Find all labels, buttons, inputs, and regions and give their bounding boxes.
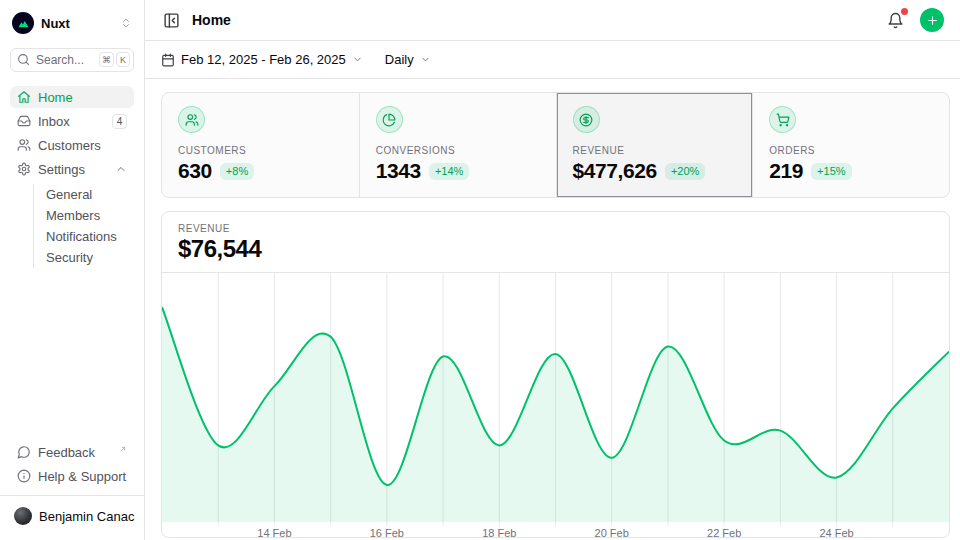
pie-chart-icon	[382, 113, 396, 127]
k-key: K	[116, 52, 130, 67]
chart-header: REVENUE $76,544	[162, 212, 949, 273]
stat-value: $477,626	[573, 159, 657, 183]
search-shortcut: ⌘ K	[99, 52, 130, 67]
submenu-label: Security	[46, 250, 93, 265]
date-range-label: Feb 12, 2025 - Feb 26, 2025	[181, 52, 346, 67]
add-button[interactable]	[920, 8, 944, 32]
top-navbar: Home	[145, 0, 960, 41]
sidebar-item-help-support[interactable]: Help & Support	[10, 465, 134, 487]
sidebar-item-label: Help & Support	[38, 469, 126, 484]
stat-value: 630	[178, 159, 212, 183]
stat-delta-badge: +20%	[665, 163, 705, 180]
sidebar: Nuxt ⌘ K Home Inbox 4 Customers Settings	[0, 0, 145, 540]
stat-delta-badge: +14%	[429, 163, 469, 180]
users-icon	[17, 138, 31, 152]
collapse-sidebar-button[interactable]	[161, 10, 182, 31]
revenue-area-chart	[162, 273, 949, 526]
stat-icon-circle	[769, 106, 796, 133]
chevrons-up-down-icon	[120, 17, 132, 29]
page-title: Home	[192, 12, 875, 28]
circle-dollar-icon	[579, 113, 593, 127]
message-circle-icon	[17, 445, 31, 459]
chevron-up-icon	[115, 163, 127, 175]
user-menu[interactable]: Benjamin Canac	[10, 502, 134, 530]
stat-card-customers[interactable]: CUSTOMERS 630 +8%	[162, 93, 359, 197]
chevron-down-icon	[420, 54, 431, 65]
sidebar-item-notifications[interactable]: Notifications	[34, 226, 134, 247]
sidebar-item-settings[interactable]: Settings	[10, 158, 134, 180]
stat-value: 1343	[376, 159, 421, 183]
sidebar-item-members[interactable]: Members	[34, 205, 134, 226]
stats-row: CUSTOMERS 630 +8% CONVERSIONS 1343 +14%	[161, 92, 950, 198]
x-axis-tick-label: 16 Feb	[370, 527, 404, 538]
revenue-chart-card: REVENUE $76,544 14 Feb16 Feb18 Feb20 Feb…	[161, 211, 950, 538]
chart-current-value: $76,544	[178, 235, 933, 263]
chart-plot[interactable]: 14 Feb16 Feb18 Feb20 Feb22 Feb24 Feb	[162, 273, 949, 537]
workspace-name: Nuxt	[41, 16, 113, 31]
submenu-label: Notifications	[46, 229, 117, 244]
sidebar-item-home[interactable]: Home	[10, 86, 134, 108]
sidebar-item-customers[interactable]: Customers	[10, 134, 134, 156]
stat-value: 219	[769, 159, 803, 183]
sidebar-footer-nav: Feedback Help & Support	[10, 441, 134, 487]
sidebar-divider	[0, 495, 144, 496]
stat-card-conversions[interactable]: CONVERSIONS 1343 +14%	[359, 93, 556, 197]
stat-icon-circle	[178, 106, 205, 133]
x-axis-tick-label: 18 Feb	[482, 527, 516, 538]
stat-label: CONVERSIONS	[376, 145, 540, 156]
period-label: Daily	[385, 52, 414, 67]
chevron-down-icon	[352, 54, 363, 65]
sidebar-item-label: Customers	[38, 138, 127, 153]
users-icon	[185, 113, 199, 127]
x-axis-tick-label: 20 Feb	[595, 527, 629, 538]
stat-label: CUSTOMERS	[178, 145, 343, 156]
cmd-key: ⌘	[99, 52, 114, 67]
info-icon	[17, 469, 31, 483]
stat-card-revenue[interactable]: REVENUE $477,626 +20%	[556, 93, 753, 197]
sidebar-item-security[interactable]: Security	[34, 247, 134, 268]
sidebar-item-feedback[interactable]: Feedback	[10, 441, 134, 463]
panel-left-close-icon	[163, 12, 180, 29]
sidebar-item-label: Inbox	[38, 114, 105, 129]
settings-submenu: General Members Notifications Security	[33, 184, 134, 268]
notification-dot	[901, 8, 908, 15]
x-axis-tick-label: 14 Feb	[257, 527, 291, 538]
sidebar-item-label: Home	[38, 90, 127, 105]
stat-delta-badge: +15%	[811, 163, 851, 180]
notifications-button[interactable]	[885, 10, 906, 31]
stat-icon-circle	[376, 106, 403, 133]
avatar	[14, 507, 32, 525]
inbox-count-badge: 4	[112, 114, 127, 129]
stat-delta-badge: +8%	[220, 163, 254, 180]
sidebar-item-general[interactable]: General	[34, 184, 134, 205]
stat-card-orders[interactable]: ORDERS 219 +15%	[752, 93, 949, 197]
stat-label: REVENUE	[573, 145, 737, 156]
submenu-label: General	[46, 187, 92, 202]
home-icon	[17, 90, 31, 104]
workspace-switcher[interactable]: Nuxt	[10, 10, 134, 36]
external-link-icon	[119, 445, 127, 453]
chart-x-axis-labels: 14 Feb16 Feb18 Feb20 Feb22 Feb24 Feb	[162, 526, 949, 538]
sidebar-nav: Home Inbox 4 Customers Settings General …	[10, 86, 134, 270]
dashboard-content: CUSTOMERS 630 +8% CONVERSIONS 1343 +14%	[145, 79, 960, 540]
search-icon	[17, 53, 30, 66]
submenu-label: Members	[46, 208, 100, 223]
search-box: ⌘ K	[10, 48, 134, 72]
main-area: Home Feb 12, 2025 - Feb 26, 2025 Daily	[145, 0, 960, 540]
date-range-picker[interactable]: Feb 12, 2025 - Feb 26, 2025	[161, 52, 363, 67]
x-axis-tick-label: 24 Feb	[819, 527, 853, 538]
inbox-icon	[17, 114, 31, 128]
sidebar-item-label: Feedback	[38, 445, 111, 460]
sidebar-item-inbox[interactable]: Inbox 4	[10, 110, 134, 132]
period-select[interactable]: Daily	[385, 52, 431, 67]
calendar-icon	[161, 53, 175, 67]
filters-toolbar: Feb 12, 2025 - Feb 26, 2025 Daily	[145, 41, 960, 79]
cart-icon	[776, 113, 790, 127]
plus-icon	[926, 14, 939, 27]
x-axis-tick-label: 22 Feb	[707, 527, 741, 538]
gear-icon	[17, 162, 31, 176]
sidebar-item-label: Settings	[38, 162, 108, 177]
user-name: Benjamin Canac	[39, 509, 134, 524]
stat-icon-circle	[573, 106, 600, 133]
chart-title: REVENUE	[178, 223, 933, 234]
